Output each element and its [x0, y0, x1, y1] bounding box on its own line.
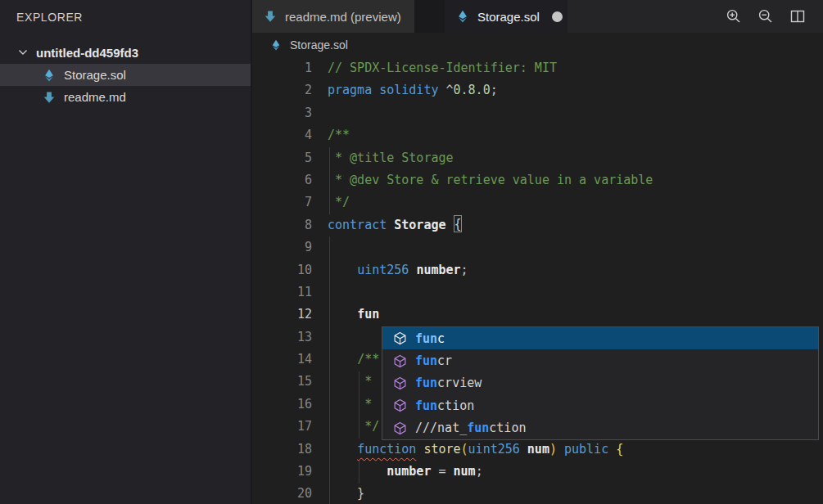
line-number: 11 [252, 281, 312, 304]
modified-indicator[interactable] [552, 11, 563, 22]
explorer-title: EXPLORER [0, 0, 251, 24]
line-number: 20 [252, 483, 312, 504]
code-token: /** [357, 352, 379, 367]
line-content[interactable]: function store(uint256 num) public { [328, 439, 623, 461]
suggestion-label: function [415, 398, 474, 413]
code-token: number [416, 263, 460, 277]
file-name: readme.md [64, 90, 126, 104]
line-number: 9 [252, 236, 312, 259]
code-token [557, 442, 564, 457]
line-content[interactable]: fun [328, 304, 379, 326]
code-line[interactable]: 1// SPDX-License-Identifier: MIT [252, 57, 823, 79]
code-token [446, 218, 454, 232]
markdown-icon [43, 90, 57, 104]
suggestion-label: funcrview [415, 376, 482, 390]
suggestion-item[interactable]: func [382, 327, 818, 349]
code-token: { [454, 215, 462, 232]
code-line[interactable]: 20 } [252, 483, 823, 504]
code-line[interactable]: 7 */ [252, 191, 823, 214]
line-content[interactable]: * [328, 371, 372, 393]
code-line[interactable]: 6 * @dev Store & retrieve value in a var… [252, 169, 823, 191]
line-number: 12 [252, 304, 312, 326]
code-token: /** [328, 128, 350, 142]
code-line[interactable]: 12 fun [252, 304, 823, 326]
line-content[interactable]: */ [328, 416, 379, 438]
line-number: 19 [252, 461, 312, 483]
code-line[interactable]: 3 [252, 102, 823, 124]
code-token: 0.8.0 [454, 83, 491, 97]
code-token: store [423, 442, 460, 457]
tab-label: readme.md (preview) [285, 10, 401, 24]
line-content[interactable]: pragma solidity ^0.8.0; [328, 79, 498, 101]
chevron-down-icon [16, 45, 31, 60]
code-token: */ [328, 419, 379, 434]
line-number: 4 [252, 124, 312, 146]
code-token: fun [357, 307, 379, 322]
line-number: 8 [252, 214, 312, 236]
code-token: function [357, 442, 416, 457]
line-content[interactable]: * @title Storage [328, 147, 454, 169]
code-token: public [564, 442, 608, 457]
symbol-cube-icon [393, 376, 407, 390]
ethereum-icon [270, 39, 283, 52]
suggest-widget: func funcr funcrview function ///nat_fun… [382, 326, 819, 440]
suggestion-item[interactable]: funcrview [382, 372, 818, 394]
code-token: contract [328, 218, 387, 232]
line-number: 16 [252, 394, 312, 416]
symbol-cube-icon [393, 398, 407, 412]
code-token [328, 464, 387, 479]
suggestion-item[interactable]: funcr [382, 349, 818, 371]
code-token: uint256 [357, 263, 409, 277]
line-number: 15 [252, 371, 312, 393]
code-token: ; [476, 464, 483, 479]
line-number: 14 [252, 349, 312, 371]
code-token [608, 442, 616, 457]
tab-storage-sol[interactable]: Storage.sol [445, 0, 568, 33]
line-content[interactable]: // SPDX-License-Identifier: MIT [328, 57, 557, 79]
split-editor-icon[interactable] [789, 7, 807, 25]
file-row-storage-sol[interactable]: Storage.sol [0, 64, 251, 86]
suggestion-item[interactable]: function [382, 394, 818, 416]
code-token: ^ [438, 83, 453, 97]
line-content[interactable]: /** [328, 124, 350, 146]
suggestion-label: ///nat_function [415, 421, 526, 435]
code-line[interactable]: 10 uint256 number; [252, 259, 823, 281]
code-token: num [527, 442, 549, 457]
line-number: 1 [252, 57, 312, 79]
line-content[interactable]: /** [328, 349, 379, 371]
code-line[interactable]: 4/** [252, 124, 823, 146]
suggestion-item[interactable]: ///nat_function [382, 417, 818, 439]
line-content[interactable]: number = num; [328, 461, 483, 483]
file-row-readme-md[interactable]: readme.md [0, 86, 251, 108]
tab-readme-md[interactable]: readme.md (preview) [252, 0, 414, 33]
code-line[interactable]: 8contract Storage { [252, 214, 823, 236]
line-content[interactable]: */ [328, 191, 350, 214]
breadcrumb[interactable]: Storage.sol [252, 33, 823, 57]
code-token: * @dev Store & retrieve value in a varia… [328, 173, 653, 187]
file-name: Storage.sol [64, 68, 126, 82]
line-content[interactable]: * [328, 394, 372, 416]
folder-row-untitled[interactable]: untitled-dd459fd3 [0, 41, 251, 64]
code-line[interactable]: 19 number = num; [252, 461, 823, 483]
code-line[interactable]: 18 function store(uint256 num) public { [252, 439, 823, 461]
code-line[interactable]: 2pragma solidity ^0.8.0; [252, 79, 823, 101]
line-number: 6 [252, 169, 312, 191]
line-content[interactable]: * @dev Store & retrieve value in a varia… [328, 169, 653, 191]
code-line[interactable]: 5 * @title Storage [252, 147, 823, 169]
code-line[interactable]: 9 [252, 236, 823, 259]
tab-bar: readme.md (preview) Storage.sol [252, 0, 823, 33]
zoom-out-icon[interactable] [757, 7, 775, 25]
line-content[interactable]: uint256 number; [328, 259, 468, 281]
folder-name: untitled-dd459fd3 [36, 46, 138, 60]
code-token [328, 263, 357, 277]
line-content[interactable]: } [328, 483, 364, 504]
symbol-cube-icon [393, 331, 407, 345]
code-line[interactable]: 11 [252, 281, 823, 304]
ethereum-icon [456, 10, 470, 24]
tab-gap [414, 0, 445, 33]
line-content[interactable]: contract Storage { [328, 214, 462, 236]
code-token: */ [328, 195, 350, 209]
zoom-in-icon[interactable] [725, 7, 743, 25]
breadcrumb-file: Storage.sol [290, 38, 348, 52]
code-token: ; [461, 263, 468, 277]
